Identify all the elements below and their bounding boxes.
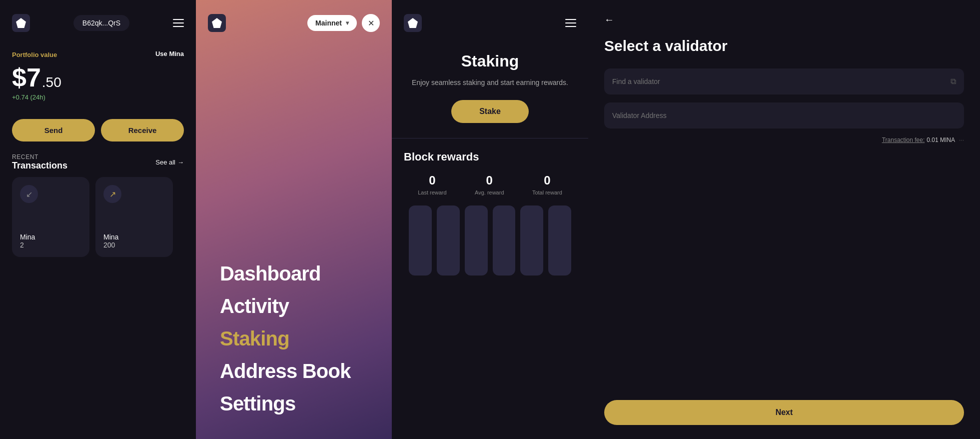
recent-label: Recent (12, 154, 67, 160)
see-all-link[interactable]: See all → (155, 158, 184, 166)
tx-name-1: Mina (20, 233, 81, 241)
tx-in-icon: ↙ (20, 185, 38, 203)
portfolio-value-cents: .50 (42, 74, 61, 90)
wallet-logo (12, 14, 30, 32)
nav-menu-panel: Mainnet ▾ ✕ Dashboard Activity Staking A… (196, 0, 392, 439)
back-button[interactable]: ← (604, 14, 614, 26)
table-row[interactable]: ↗ Mina 200 (95, 177, 173, 257)
portfolio-header-row: Portfolio value Use Mina (12, 50, 184, 62)
tx-name-2: Mina (103, 233, 165, 241)
chart-bar-5 (520, 206, 543, 276)
nav-item-staking[interactable]: Staking (220, 324, 368, 354)
action-buttons: Send Receive (0, 119, 196, 154)
network-selector[interactable]: Mainnet ▾ (307, 15, 357, 31)
block-rewards-title: Block rewards (404, 150, 576, 164)
tx-amount-2: 200 (103, 241, 165, 249)
staking-topbar (392, 0, 588, 42)
network-label: Mainnet (315, 19, 342, 27)
chart-bar-2 (437, 206, 460, 276)
staking-panel: Staking Enjoy seamless staking and start… (392, 0, 588, 439)
avg-reward-stat: 0 Avg. reward (475, 174, 504, 196)
recent-section: Recent Transactions See all → ↙ Mina 2 ↗… (0, 154, 196, 257)
chevron-down-icon: ▾ (346, 20, 349, 26)
select-validator-title: Select a validator (604, 38, 964, 54)
transactions-grid: ↙ Mina 2 ↗ Mina 200 (12, 177, 184, 257)
validator-search-input[interactable] (612, 78, 951, 86)
staking-logo (404, 14, 422, 32)
next-button[interactable]: Next (604, 400, 964, 425)
staking-hero: Staking Enjoy seamless staking and start… (392, 42, 588, 138)
block-rewards-section: Block rewards 0 Last reward 0 Avg. rewar… (392, 138, 588, 288)
use-mina-button[interactable]: Use Mina (155, 50, 184, 58)
hamburger-menu-icon[interactable] (173, 19, 184, 27)
portfolio-value-main: $7 (12, 64, 41, 90)
avg-reward-value: 0 (475, 174, 504, 188)
wallet-panel: B62qk...QrS Portfolio value Use Mina $7 … (0, 0, 196, 439)
total-reward-value: 0 (532, 174, 562, 188)
nav-item-dashboard[interactable]: Dashboard (220, 258, 368, 289)
recent-header: Recent Transactions See all → (12, 154, 184, 171)
transactions-title: Transactions (12, 160, 67, 171)
portfolio-section: Portfolio value Use Mina $7 .50 +0.74 (2… (0, 42, 196, 119)
tx-fee-label[interactable]: Transaction fee: (882, 136, 925, 144)
recent-column: Recent Transactions (12, 154, 67, 171)
tx-fee-info-icon: ··· (959, 136, 964, 144)
chart-bar-6 (548, 206, 571, 276)
chart-bar-4 (493, 206, 516, 276)
receive-button[interactable]: Receive (101, 119, 184, 142)
wallet-topbar: B62qk...QrS (0, 0, 196, 42)
nav-item-activity[interactable]: Activity (220, 291, 368, 322)
see-all-arrow-icon: → (177, 158, 184, 166)
last-reward-label: Last reward (418, 190, 446, 196)
send-button[interactable]: Send (12, 119, 95, 142)
last-reward-value: 0 (418, 174, 446, 188)
staking-title: Staking (412, 52, 568, 70)
stake-button[interactable]: Stake (451, 100, 529, 123)
menu-topbar: Mainnet ▾ ✕ (196, 0, 392, 42)
staking-subtitle: Enjoy seamless staking and start earning… (412, 78, 568, 88)
close-menu-button[interactable]: ✕ (362, 14, 380, 32)
avg-reward-label: Avg. reward (475, 190, 504, 196)
wallet-address[interactable]: B62qk...QrS (73, 15, 129, 31)
chart-bar-3 (465, 206, 488, 276)
table-row[interactable]: ↙ Mina 2 (12, 177, 89, 257)
last-reward-stat: 0 Last reward (418, 174, 446, 196)
validator-panel: ← Select a validator ⧉ Transaction fee: … (588, 0, 980, 439)
tx-out-icon: ↗ (103, 185, 121, 203)
portfolio-label: Portfolio value (12, 51, 57, 58)
tx-fee-row: Transaction fee: 0.01 MINA ··· (604, 136, 964, 144)
close-icon: ✕ (368, 18, 374, 28)
chart-bar-1 (409, 206, 432, 276)
total-reward-label: Total reward (532, 190, 562, 196)
tx-amount-1: 2 (20, 241, 81, 249)
back-icon: ← (604, 14, 614, 26)
rewards-stats: 0 Last reward 0 Avg. reward 0 Total rewa… (404, 174, 576, 196)
external-link-icon[interactable]: ⧉ (951, 77, 956, 86)
nav-item-settings[interactable]: Settings (220, 388, 368, 419)
staking-hamburger-icon[interactable] (565, 19, 576, 27)
see-all-label: See all (155, 158, 175, 166)
portfolio-change: +0.74 (24h) (12, 94, 184, 101)
rewards-chart (404, 206, 576, 276)
nav-item-address-book[interactable]: Address Book (220, 356, 368, 386)
validator-address-input[interactable] (604, 102, 964, 128)
total-reward-stat: 0 Total reward (532, 174, 562, 196)
menu-logo (208, 14, 226, 32)
validator-search-row: ⧉ (604, 68, 964, 94)
tx-fee-value: 0.01 MINA (927, 136, 955, 144)
navigation-menu: Dashboard Activity Staking Address Book … (196, 238, 392, 439)
